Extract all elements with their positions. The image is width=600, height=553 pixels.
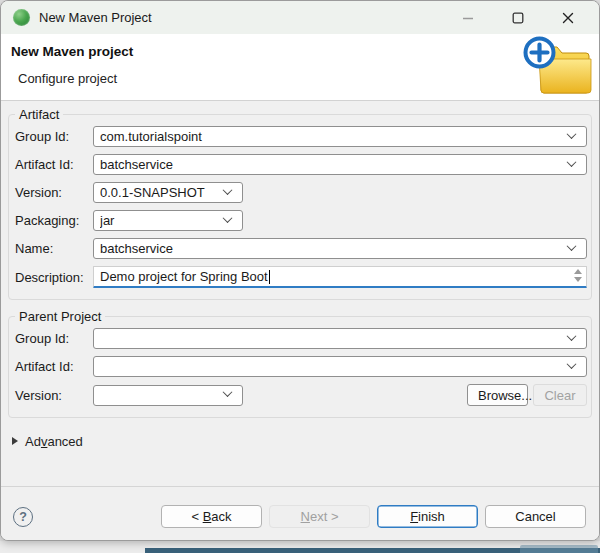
- chevron-down-icon[interactable]: [223, 387, 233, 397]
- page-subtitle: Configure project: [18, 71, 117, 86]
- new-maven-project-dialog: New Maven Project New Maven project Conf…: [0, 0, 600, 541]
- description-value: Demo project for Spring Boot: [100, 269, 268, 284]
- parent-artifact-id-row: Artifact Id:: [15, 356, 587, 377]
- chevron-down-icon[interactable]: [223, 185, 233, 195]
- parent-version-combo[interactable]: [93, 385, 243, 406]
- artifact-id-value: batchservice: [100, 157, 562, 172]
- browse-button[interactable]: Browse...: [467, 384, 528, 406]
- next-button[interactable]: Next >: [269, 505, 370, 528]
- name-combo[interactable]: batchservice: [93, 238, 587, 259]
- version-label: Version:: [15, 185, 93, 200]
- help-icon: ?: [19, 510, 27, 524]
- minimize-icon: [462, 12, 474, 24]
- parent-version-label: Version:: [15, 388, 93, 403]
- group-id-combo[interactable]: com.tutorialspoint: [93, 126, 587, 147]
- arrow-down-icon[interactable]: [574, 277, 582, 282]
- artifact-id-label: Artifact Id:: [15, 157, 93, 172]
- artifact-id-row: Artifact Id: batchservice: [15, 154, 587, 175]
- parent-version-row: Version: Browse... Clear: [15, 384, 587, 406]
- wizard-header: New Maven project Configure project: [1, 34, 599, 101]
- version-row: Version: 0.0.1-SNAPSHOT: [15, 182, 587, 203]
- parent-group-id-row: Group Id:: [15, 328, 587, 349]
- version-value: 0.0.1-SNAPSHOT: [100, 185, 218, 200]
- clear-button[interactable]: Clear: [533, 384, 587, 406]
- group-id-value: com.tutorialspoint: [100, 129, 562, 144]
- packaging-label: Packaging:: [15, 213, 93, 228]
- parent-project-group: Parent Project Group Id: Artifact Id: Ve…: [8, 309, 592, 418]
- chevron-down-icon[interactable]: [223, 213, 233, 223]
- description-row: Description: Demo project for Spring Boo…: [15, 266, 587, 288]
- description-label: Description:: [15, 270, 93, 285]
- parent-group-id-combo[interactable]: [93, 328, 587, 349]
- name-value: batchservice: [100, 241, 562, 256]
- background-window-highlight: [520, 545, 598, 553]
- maximize-button[interactable]: [505, 5, 531, 31]
- scroll-arrows-icon[interactable]: [574, 269, 582, 282]
- chevron-down-icon[interactable]: [567, 157, 577, 167]
- packaging-combo[interactable]: jar: [93, 210, 243, 231]
- minimize-button[interactable]: [455, 5, 481, 31]
- advanced-label: Advanced: [25, 434, 83, 449]
- name-row: Name: batchservice: [15, 238, 587, 259]
- parent-artifact-id-label: Artifact Id:: [15, 359, 93, 374]
- page-title: New Maven project: [11, 44, 133, 59]
- artifact-group: Artifact Group Id: com.tutorialspoint Ar…: [8, 107, 592, 300]
- version-combo[interactable]: 0.0.1-SNAPSHOT: [93, 182, 243, 203]
- close-button[interactable]: [555, 5, 581, 31]
- chevron-down-icon[interactable]: [567, 331, 577, 341]
- chevron-down-icon[interactable]: [567, 129, 577, 139]
- chevron-down-icon[interactable]: [567, 241, 577, 251]
- window-title: New Maven Project: [39, 10, 455, 25]
- parent-group-id-label: Group Id:: [15, 331, 93, 346]
- parent-artifact-id-combo[interactable]: [93, 356, 587, 377]
- group-id-row: Group Id: com.tutorialspoint: [15, 126, 587, 147]
- maximize-icon: [512, 12, 524, 24]
- description-input[interactable]: Demo project for Spring Boot: [93, 266, 587, 288]
- app-icon: [13, 9, 30, 26]
- name-label: Name:: [15, 241, 93, 256]
- advanced-toggle[interactable]: Advanced: [12, 432, 592, 450]
- button-bar: ? < Back Next > Finish Cancel: [1, 486, 599, 540]
- finish-button[interactable]: Finish: [377, 505, 478, 528]
- cancel-button[interactable]: Cancel: [485, 505, 586, 528]
- title-bar: New Maven Project: [1, 1, 599, 34]
- parent-project-legend: Parent Project: [15, 309, 105, 324]
- expand-arrow-icon[interactable]: [12, 437, 18, 445]
- help-button[interactable]: ?: [13, 507, 33, 527]
- new-maven-folder-icon: [523, 35, 597, 101]
- back-button[interactable]: < Back: [161, 505, 262, 528]
- close-icon: [562, 12, 574, 24]
- text-caret: [269, 270, 270, 284]
- chevron-down-icon[interactable]: [567, 359, 577, 369]
- arrow-up-icon[interactable]: [574, 269, 582, 274]
- artifact-legend: Artifact: [15, 107, 63, 122]
- wizard-content: Artifact Group Id: com.tutorialspoint Ar…: [1, 101, 599, 450]
- packaging-value: jar: [100, 213, 218, 228]
- artifact-id-combo[interactable]: batchservice: [93, 154, 587, 175]
- packaging-row: Packaging: jar: [15, 210, 587, 231]
- group-id-label: Group Id:: [15, 129, 93, 144]
